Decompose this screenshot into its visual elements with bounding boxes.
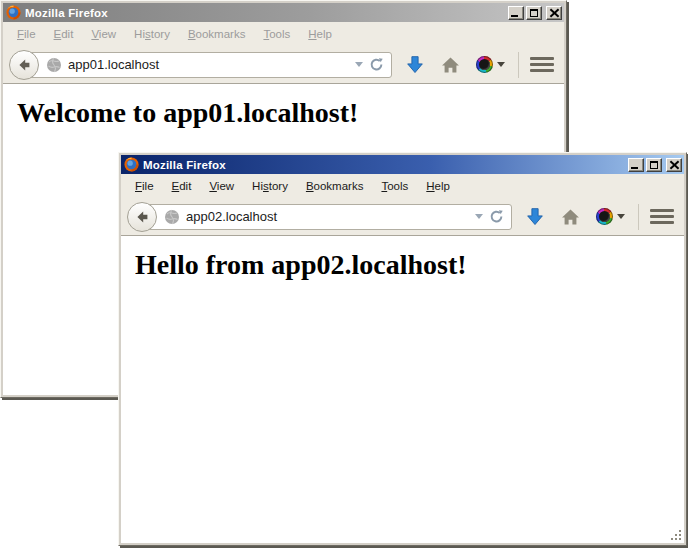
menu-label: F (17, 28, 24, 40)
menu-file[interactable]: File (8, 25, 45, 43)
menu-bar: File Edit View History Bookmarks Tools H… (3, 22, 564, 46)
menu-label: dit (179, 180, 191, 192)
minimize-icon (511, 15, 518, 17)
menu-bookmarks[interactable]: Bookmarks (297, 177, 373, 195)
minimize-button[interactable] (628, 158, 644, 172)
menu-label: V (209, 180, 216, 192)
search-engine-icon (596, 208, 613, 225)
back-arrow-icon (134, 209, 150, 225)
close-button[interactable] (546, 6, 562, 20)
menu-label: elp (435, 180, 450, 192)
close-icon (670, 161, 679, 169)
reload-button[interactable] (489, 209, 504, 224)
site-identity-globe-icon[interactable] (46, 57, 62, 73)
menu-history[interactable]: History (243, 177, 297, 195)
hamburger-icon (530, 63, 554, 66)
menu-label: dit (61, 28, 73, 40)
page-heading: Hello from app02.localhost! (135, 249, 684, 281)
search-dropdown-icon[interactable] (497, 62, 505, 67)
menu-label: ools (269, 28, 290, 40)
search-engine-button[interactable] (476, 56, 505, 73)
url-text: app01.localhost (68, 57, 349, 72)
maximize-icon (650, 161, 658, 169)
urlbar-dropdown-icon[interactable] (475, 214, 483, 219)
menu-view[interactable]: View (82, 25, 125, 43)
resize-grip-icon[interactable] (670, 529, 683, 542)
menu-bar: File Edit View History Bookmarks Tools H… (121, 174, 684, 198)
menu-label: ookmarks (314, 180, 364, 192)
hamburger-icon (530, 69, 554, 72)
menu-label: H (426, 180, 434, 192)
menu-label: V (91, 28, 98, 40)
desktop: Mozilla Firefox File Edit View History B… (0, 0, 688, 551)
menu-label: Hi (134, 28, 145, 40)
home-button[interactable] (561, 208, 580, 226)
menu-label: tory (151, 28, 170, 40)
reload-icon (489, 209, 504, 224)
menu-help[interactable]: Help (417, 177, 459, 195)
menu-label: B (188, 28, 196, 40)
menu-label: ile (142, 180, 154, 192)
download-button[interactable] (405, 55, 425, 75)
menu-label: Hi (252, 180, 263, 192)
back-button[interactable] (127, 202, 157, 232)
menu-tools[interactable]: Tools (254, 25, 299, 43)
download-button[interactable] (525, 207, 545, 227)
hamburger-icon (530, 57, 554, 60)
titlebar[interactable]: Mozilla Firefox (3, 3, 564, 22)
url-text: app02.localhost (186, 209, 469, 224)
menu-history[interactable]: History (125, 25, 179, 43)
firefox-logo-icon (124, 157, 139, 172)
window-title: Mozilla Firefox (143, 159, 624, 171)
firefox-window-app02[interactable]: Mozilla Firefox File Edit View History B… (118, 152, 687, 546)
minimize-icon (631, 167, 638, 169)
firefox-logo-icon (6, 5, 21, 20)
maximize-button[interactable] (526, 6, 542, 20)
menu-help[interactable]: Help (299, 25, 341, 43)
close-icon (550, 9, 559, 17)
menu-label: H (308, 28, 316, 40)
url-input[interactable]: app01.localhost (23, 52, 392, 78)
maximize-button[interactable] (646, 158, 662, 172)
search-engine-button[interactable] (596, 208, 625, 225)
minimize-button[interactable] (508, 6, 524, 20)
menu-bookmarks[interactable]: Bookmarks (179, 25, 255, 43)
menu-label: F (135, 180, 142, 192)
menu-label: iew (99, 28, 116, 40)
window-controls (628, 158, 682, 172)
search-dropdown-icon[interactable] (617, 214, 625, 219)
back-button[interactable] (9, 50, 39, 80)
hamburger-icon (650, 215, 674, 218)
urlbar-dropdown-icon[interactable] (355, 62, 363, 67)
menu-tools[interactable]: Tools (372, 177, 417, 195)
page-heading: Welcome to app01.localhost! (17, 97, 564, 129)
app-menu-button[interactable] (650, 209, 674, 224)
maximize-icon (530, 9, 538, 17)
app-menu-button[interactable] (530, 57, 554, 72)
reload-button[interactable] (369, 57, 384, 72)
home-icon (441, 56, 460, 74)
menu-file[interactable]: File (126, 177, 163, 195)
menu-edit[interactable]: Edit (45, 25, 83, 43)
search-engine-icon (476, 56, 493, 73)
home-button[interactable] (441, 56, 460, 74)
page-content: Hello from app02.localhost! (121, 236, 684, 543)
menu-view[interactable]: View (200, 177, 243, 195)
menu-edit[interactable]: Edit (163, 177, 201, 195)
menu-label: B (306, 180, 314, 192)
toolbar-separator (638, 204, 639, 230)
titlebar[interactable]: Mozilla Firefox (121, 155, 684, 174)
url-input[interactable]: app02.localhost (141, 204, 512, 230)
close-button[interactable] (666, 158, 682, 172)
home-icon (561, 208, 580, 226)
toolbar-separator (518, 52, 519, 78)
navigation-toolbar: app02.localhost (121, 198, 684, 236)
back-arrow-icon (16, 57, 32, 73)
navigation-toolbar: app01.localhost (3, 46, 564, 84)
menu-label: ile (24, 28, 36, 40)
reload-icon (369, 57, 384, 72)
window-title: Mozilla Firefox (25, 7, 504, 19)
site-identity-globe-icon[interactable] (164, 209, 180, 225)
download-arrow-icon (525, 207, 545, 227)
download-arrow-icon (405, 55, 425, 75)
